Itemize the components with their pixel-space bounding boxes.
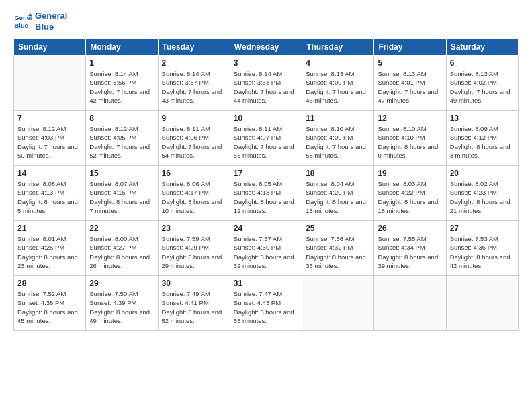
calendar-cell: 12Sunrise: 8:10 AMSunset: 4:10 PMDayligh… [374,111,446,166]
calendar-cell: 22Sunrise: 8:00 AMSunset: 4:27 PMDayligh… [86,221,158,276]
day-number: 18 [306,169,370,178]
day-info: Sunrise: 8:05 AMSunset: 4:18 PMDaylight:… [234,179,298,215]
week-row-1: 7Sunrise: 8:12 AMSunset: 4:03 PMDaylight… [14,111,519,166]
logo-icon: General Blue [13,12,32,31]
day-info: Sunrise: 8:12 AMSunset: 4:03 PMDaylight:… [17,124,82,160]
day-number: 27 [450,224,515,233]
calendar-cell: 9Sunrise: 8:11 AMSunset: 4:06 PMDaylight… [158,111,230,166]
calendar-cell: 15Sunrise: 8:07 AMSunset: 4:15 PMDayligh… [86,166,158,221]
day-info: Sunrise: 7:57 AMSunset: 4:30 PMDaylight:… [234,234,298,270]
day-info: Sunrise: 7:55 AMSunset: 4:34 PMDaylight:… [378,234,442,270]
logo-text: General Blue [35,11,67,32]
day-info: Sunrise: 8:13 AMSunset: 4:00 PMDaylight:… [306,69,370,105]
weekday-monday: Monday [86,39,158,56]
day-info: Sunrise: 8:04 AMSunset: 4:20 PMDaylight:… [306,179,370,215]
day-number: 10 [234,113,298,123]
day-number: 29 [89,279,154,288]
day-number: 4 [306,58,370,68]
weekday-wednesday: Wednesday [230,39,302,56]
day-info: Sunrise: 7:50 AMSunset: 4:39 PMDaylight:… [89,289,154,325]
day-number: 21 [17,224,82,233]
day-number: 26 [378,224,442,233]
day-info: Sunrise: 7:47 AMSunset: 4:43 PMDaylight:… [234,289,298,325]
day-number: 25 [306,224,370,233]
day-info: Sunrise: 8:08 AMSunset: 4:13 PMDaylight:… [17,179,82,215]
day-info: Sunrise: 8:11 AMSunset: 4:07 PMDaylight:… [234,124,298,160]
day-number: 1 [89,58,154,68]
day-number: 12 [378,113,442,123]
day-info: Sunrise: 7:49 AMSunset: 4:41 PMDaylight:… [162,289,226,325]
day-number: 9 [162,113,226,123]
calendar-cell: 3Sunrise: 8:14 AMSunset: 3:58 PMDaylight… [230,56,302,111]
day-number: 8 [89,113,154,123]
day-number: 24 [234,224,298,233]
calendar-cell: 17Sunrise: 8:05 AMSunset: 4:18 PMDayligh… [230,166,302,221]
day-info: Sunrise: 8:11 AMSunset: 4:06 PMDaylight:… [162,124,226,160]
day-number: 23 [162,224,226,233]
weekday-tuesday: Tuesday [158,39,230,56]
day-number: 19 [378,169,442,178]
calendar-cell: 18Sunrise: 8:04 AMSunset: 4:20 PMDayligh… [302,166,374,221]
day-info: Sunrise: 8:09 AMSunset: 4:12 PMDaylight:… [450,124,515,160]
weekday-header-row: SundayMondayTuesdayWednesdayThursdayFrid… [14,39,519,56]
day-info: Sunrise: 7:59 AMSunset: 4:29 PMDaylight:… [162,234,226,270]
day-info: Sunrise: 8:14 AMSunset: 3:58 PMDaylight:… [234,69,298,105]
calendar-cell: 11Sunrise: 8:10 AMSunset: 4:09 PMDayligh… [302,111,374,166]
day-info: Sunrise: 8:14 AMSunset: 3:56 PMDaylight:… [89,69,154,105]
calendar-cell [374,276,446,331]
day-info: Sunrise: 8:01 AMSunset: 4:25 PMDaylight:… [17,234,82,270]
day-number: 13 [450,113,515,123]
weekday-friday: Friday [374,39,446,56]
calendar-cell: 8Sunrise: 8:12 AMSunset: 4:05 PMDaylight… [86,111,158,166]
day-number: 14 [17,169,82,178]
day-info: Sunrise: 8:10 AMSunset: 4:09 PMDaylight:… [306,124,370,160]
day-info: Sunrise: 8:12 AMSunset: 4:05 PMDaylight:… [89,124,154,160]
calendar-cell: 5Sunrise: 8:13 AMSunset: 4:01 PMDaylight… [374,56,446,111]
calendar-cell: 23Sunrise: 7:59 AMSunset: 4:29 PMDayligh… [158,221,230,276]
calendar-cell: 10Sunrise: 8:11 AMSunset: 4:07 PMDayligh… [230,111,302,166]
svg-text:Blue: Blue [15,22,28,29]
week-row-2: 14Sunrise: 8:08 AMSunset: 4:13 PMDayligh… [14,166,519,221]
day-number: 3 [234,58,298,68]
calendar-cell: 16Sunrise: 8:06 AMSunset: 4:17 PMDayligh… [158,166,230,221]
day-number: 22 [89,224,154,233]
week-row-3: 21Sunrise: 8:01 AMSunset: 4:25 PMDayligh… [14,221,519,276]
calendar-cell: 4Sunrise: 8:13 AMSunset: 4:00 PMDaylight… [302,56,374,111]
day-number: 11 [306,113,370,123]
day-info: Sunrise: 7:52 AMSunset: 4:38 PMDaylight:… [17,289,82,325]
weekday-thursday: Thursday [302,39,374,56]
day-number: 30 [162,279,226,288]
day-info: Sunrise: 8:02 AMSunset: 4:23 PMDaylight:… [450,179,515,215]
day-number: 17 [234,169,298,178]
calendar-cell [302,276,374,331]
calendar-cell: 27Sunrise: 7:53 AMSunset: 4:36 PMDayligh… [446,221,518,276]
calendar: SundayMondayTuesdayWednesdayThursdayFrid… [13,38,519,331]
calendar-cell [446,276,518,331]
calendar-cell [14,56,86,111]
day-info: Sunrise: 8:13 AMSunset: 4:02 PMDaylight:… [450,69,515,105]
page-header: General Blue General Blue [13,11,519,32]
day-info: Sunrise: 7:56 AMSunset: 4:32 PMDaylight:… [306,234,370,270]
day-number: 2 [162,58,226,68]
day-info: Sunrise: 7:53 AMSunset: 4:36 PMDaylight:… [450,234,515,270]
calendar-cell: 13Sunrise: 8:09 AMSunset: 4:12 PMDayligh… [446,111,518,166]
weekday-sunday: Sunday [14,39,86,56]
day-info: Sunrise: 8:07 AMSunset: 4:15 PMDaylight:… [89,179,154,215]
day-number: 5 [378,58,442,68]
calendar-cell: 28Sunrise: 7:52 AMSunset: 4:38 PMDayligh… [14,276,86,331]
day-info: Sunrise: 8:10 AMSunset: 4:10 PMDaylight:… [378,124,442,160]
calendar-cell: 14Sunrise: 8:08 AMSunset: 4:13 PMDayligh… [14,166,86,221]
calendar-cell: 20Sunrise: 8:02 AMSunset: 4:23 PMDayligh… [446,166,518,221]
week-row-4: 28Sunrise: 7:52 AMSunset: 4:38 PMDayligh… [14,276,519,331]
calendar-cell: 25Sunrise: 7:56 AMSunset: 4:32 PMDayligh… [302,221,374,276]
week-row-0: 1Sunrise: 8:14 AMSunset: 3:56 PMDaylight… [14,56,519,111]
calendar-cell: 30Sunrise: 7:49 AMSunset: 4:41 PMDayligh… [158,276,230,331]
calendar-cell: 7Sunrise: 8:12 AMSunset: 4:03 PMDaylight… [14,111,86,166]
weekday-saturday: Saturday [446,39,518,56]
day-number: 28 [17,279,82,288]
day-info: Sunrise: 8:00 AMSunset: 4:27 PMDaylight:… [89,234,154,270]
calendar-cell: 21Sunrise: 8:01 AMSunset: 4:25 PMDayligh… [14,221,86,276]
calendar-cell: 24Sunrise: 7:57 AMSunset: 4:30 PMDayligh… [230,221,302,276]
day-info: Sunrise: 8:13 AMSunset: 4:01 PMDaylight:… [378,69,442,105]
calendar-cell: 6Sunrise: 8:13 AMSunset: 4:02 PMDaylight… [446,56,518,111]
